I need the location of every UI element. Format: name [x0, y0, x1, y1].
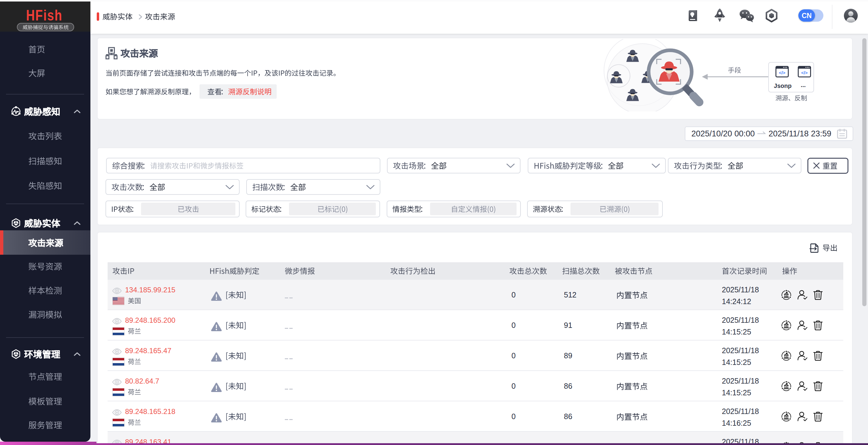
svg-text:</>: </> [801, 70, 808, 75]
svg-text:</>: </> [779, 70, 785, 75]
